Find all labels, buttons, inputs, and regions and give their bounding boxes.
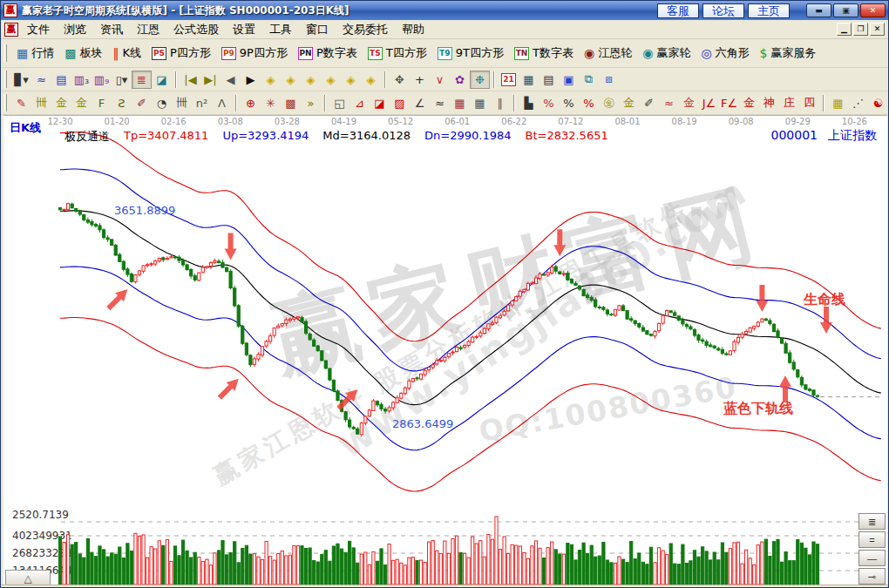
next-bar-button[interactable]: ▶: [241, 71, 261, 89]
pan-h-button[interactable]: ◈: [301, 71, 321, 89]
gann-wheel-button[interactable]: ◉江恩轮: [579, 43, 637, 64]
gold-underline-button[interactable]: 金: [679, 94, 699, 112]
pen-ruler-button[interactable]: ✐: [132, 94, 152, 112]
save-button[interactable]: ▣: [559, 71, 579, 89]
first-bar-button[interactable]: |◀: [180, 71, 200, 89]
j-angle-button[interactable]: J∠: [699, 94, 719, 112]
draw-pen-button[interactable]: ✎: [11, 94, 31, 112]
gann-fan-box-button[interactable]: ◪: [370, 94, 390, 112]
grid-yellow-button[interactable]: ▦: [828, 94, 848, 112]
sectors-button[interactable]: ▩板块: [59, 43, 107, 64]
nine-t-square-button[interactable]: T99T四方形: [432, 43, 509, 64]
percent-button[interactable]: %: [559, 94, 579, 112]
wave-view-button[interactable]: ≈: [31, 71, 51, 89]
pane-one-line-button[interactable]: —: [858, 550, 886, 566]
child-restore-button[interactable]: ❐: [853, 23, 868, 36]
pane-three-lines-button[interactable]: ≣: [858, 513, 886, 530]
si-angle-button[interactable]: 四: [799, 94, 819, 112]
wave-line-button[interactable]: ≈: [430, 94, 450, 112]
grid2-tool-button[interactable]: ▦: [470, 94, 490, 112]
customer-service-button[interactable]: 客服: [657, 3, 699, 18]
web-box-button[interactable]: ▩: [281, 94, 301, 112]
homepage-button[interactable]: 主页: [748, 3, 790, 18]
network-button[interactable]: ⧉: [579, 71, 599, 89]
pane-two-lines-button[interactable]: =: [858, 531, 886, 548]
cycle-clock-button[interactable]: ◔: [152, 94, 172, 112]
zhuang-angle-button[interactable]: 庄: [779, 94, 799, 112]
menu-file[interactable]: 文件: [20, 20, 57, 39]
pan-v-button[interactable]: ◈: [321, 71, 341, 89]
menu-tools[interactable]: 工具: [262, 20, 299, 39]
menu-news[interactable]: 资讯: [93, 20, 130, 39]
gold-ruler2-button[interactable]: 金: [71, 94, 92, 112]
pan-center-button[interactable]: ◈: [361, 71, 381, 89]
t-number-table-button[interactable]: TNT数字表: [509, 43, 579, 64]
web-circle-button[interactable]: ✳: [261, 94, 281, 112]
percent-line-button[interactable]: %: [579, 94, 599, 112]
menu-help[interactable]: 帮助: [395, 20, 431, 39]
menu-gann[interactable]: 江恩: [130, 20, 166, 39]
trend-chart-button[interactable]: ⋰: [848, 94, 868, 112]
crosshair-button[interactable]: +: [410, 71, 430, 89]
pane-arrow-line-button[interactable]: ⊸: [858, 568, 886, 585]
menu-trade[interactable]: 交易委托: [336, 20, 395, 39]
pen-bars-button[interactable]: ✐: [639, 94, 659, 112]
chart-canvas[interactable]: 赢家财富网赢家江恩软件 股票分析软件 江恩工具软件www.yingjia360.…: [3, 116, 887, 587]
quotes-button[interactable]: ▦行情: [11, 43, 59, 64]
t-square-button[interactable]: TST四方形: [363, 43, 432, 64]
n-squared-button[interactable]: n²: [192, 94, 212, 112]
close-button[interactable]: ✕: [860, 3, 886, 17]
winner-wheel-button[interactable]: ◉赢家轮: [637, 43, 696, 64]
maximize-button[interactable]: ▣: [833, 3, 858, 17]
color-histogram-button[interactable]: ◪: [152, 71, 172, 89]
child-close-button[interactable]: ✕: [870, 23, 885, 36]
pan-right-button[interactable]: ◈: [281, 71, 301, 89]
info-note-button[interactable]: ▤: [51, 71, 71, 89]
hand-tool-button[interactable]: ✥: [390, 71, 410, 89]
calendar-button[interactable]: 21: [499, 71, 519, 89]
child-minimize-button[interactable]: ▁: [837, 23, 852, 36]
bar-stats-button[interactable]: ▙: [519, 94, 539, 112]
magic-tool-button[interactable]: ✿: [450, 71, 470, 89]
menu-window[interactable]: 窗口: [299, 20, 336, 39]
mark-tool-button[interactable]: ∨: [430, 71, 450, 89]
pan-left-button[interactable]: ◈: [261, 71, 281, 89]
menu-settings[interactable]: 设置: [226, 20, 262, 39]
forum-button[interactable]: 论坛: [702, 3, 744, 18]
mail-pc-button[interactable]: ⧈: [599, 71, 619, 89]
tally2-button[interactable]: 卌: [172, 94, 192, 112]
kline-button[interactable]: ‖K线: [107, 43, 146, 64]
kline-style-button[interactable]: ▊▾: [11, 71, 31, 89]
grid-tool-button[interactable]: ▦: [450, 94, 470, 112]
spiral-button[interactable]: Ƨ: [112, 94, 132, 112]
parallel-lines-button[interactable]: ∥: [490, 94, 510, 112]
gann-ruler-button[interactable]: 卌: [31, 94, 51, 112]
gold-angle-button[interactable]: 金: [739, 94, 759, 112]
candle-type-button[interactable]: ▯▾: [112, 71, 132, 89]
red-target-button[interactable]: ⊕: [241, 94, 261, 112]
angle-line-button[interactable]: ∠: [410, 94, 430, 112]
period-label[interactable]: 日K线: [10, 120, 41, 136]
p-square-button[interactable]: PSP四方形: [146, 43, 216, 64]
gold-circle-button[interactable]: ㊎: [599, 94, 619, 112]
menu-formula-picker[interactable]: 公式选股: [166, 20, 226, 39]
percent-wave-button[interactable]: %: [539, 94, 559, 112]
line-box-button[interactable]: ▨: [390, 94, 410, 112]
gold-ruler-button[interactable]: 金: [51, 94, 71, 112]
shen-angle-button[interactable]: 神: [759, 94, 779, 112]
wave-channel-button[interactable]: ≈: [659, 94, 679, 112]
bars9-button[interactable]: ▥₉: [92, 71, 112, 89]
bars3-button[interactable]: ▥₃: [71, 71, 92, 89]
p-number-table-button[interactable]: PNP数字表: [293, 43, 363, 64]
gann-fan-button[interactable]: ⊿: [349, 94, 370, 112]
winner-service-button[interactable]: $赢家服务: [755, 43, 822, 64]
minimize-button[interactable]: ▬: [806, 3, 831, 17]
hexagon-button[interactable]: ◎六角形: [696, 43, 754, 64]
f-ruler-button[interactable]: F: [92, 94, 112, 112]
brain-tool-button[interactable]: ❉: [470, 71, 490, 89]
pattern-button[interactable]: ≣: [132, 71, 152, 89]
yinyang-button[interactable]: ☯: [868, 94, 888, 112]
compass-button[interactable]: Λ: [212, 94, 232, 112]
last-bar-button[interactable]: ▶|: [200, 71, 221, 89]
box-select-button[interactable]: ◱: [329, 94, 349, 112]
